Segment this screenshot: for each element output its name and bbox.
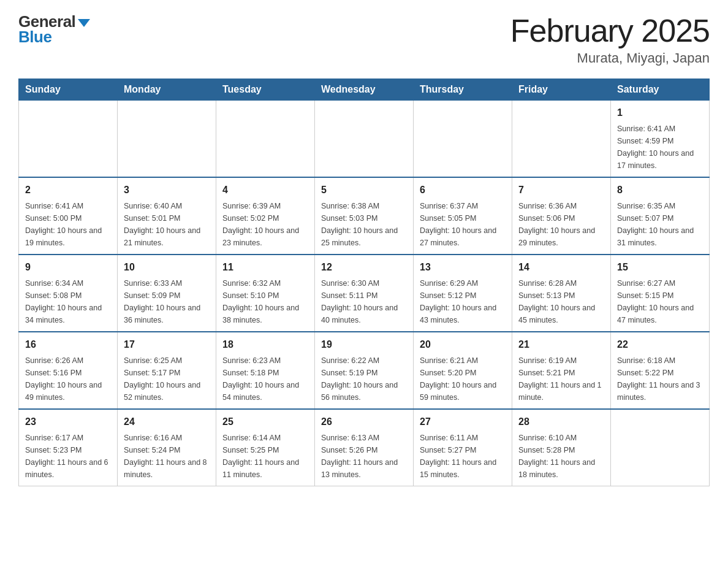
- calendar-cell: 25Sunrise: 6:14 AM Sunset: 5:25 PM Dayli…: [216, 409, 315, 486]
- calendar-cell: [315, 101, 414, 178]
- weekday-header-saturday: Saturday: [611, 79, 710, 101]
- day-info: Sunrise: 6:26 AM Sunset: 5:16 PM Dayligh…: [25, 354, 111, 404]
- calendar-cell: 21Sunrise: 6:19 AM Sunset: 5:21 PM Dayli…: [512, 332, 611, 409]
- day-info: Sunrise: 6:39 AM Sunset: 5:02 PM Dayligh…: [222, 200, 308, 249]
- logo-blue-text: Blue: [18, 28, 51, 47]
- calendar-cell: 27Sunrise: 6:11 AM Sunset: 5:27 PM Dayli…: [414, 409, 512, 486]
- location: Murata, Miyagi, Japan: [510, 50, 710, 66]
- day-info: Sunrise: 6:21 AM Sunset: 5:20 PM Dayligh…: [420, 354, 506, 404]
- calendar-cell: 18Sunrise: 6:23 AM Sunset: 5:18 PM Dayli…: [216, 332, 315, 409]
- day-number: 13: [420, 260, 506, 275]
- calendar-cell: 15Sunrise: 6:27 AM Sunset: 5:15 PM Dayli…: [611, 255, 710, 332]
- day-number: 24: [124, 415, 210, 429]
- day-info: Sunrise: 6:36 AM Sunset: 5:06 PM Dayligh…: [518, 200, 604, 249]
- calendar-cell: [414, 101, 512, 178]
- calendar-cell: [216, 101, 315, 178]
- day-number: 7: [518, 183, 604, 197]
- calendar-cell: 19Sunrise: 6:22 AM Sunset: 5:19 PM Dayli…: [315, 332, 414, 409]
- day-info: Sunrise: 6:13 AM Sunset: 5:26 PM Dayligh…: [321, 432, 407, 481]
- day-number: 10: [124, 260, 210, 275]
- day-number: 21: [518, 337, 604, 352]
- day-number: 5: [321, 183, 407, 197]
- day-info: Sunrise: 6:18 AM Sunset: 5:22 PM Dayligh…: [617, 354, 703, 404]
- calendar-cell: 13Sunrise: 6:29 AM Sunset: 5:12 PM Dayli…: [414, 255, 512, 332]
- calendar-cell: 20Sunrise: 6:21 AM Sunset: 5:20 PM Dayli…: [414, 332, 512, 409]
- day-number: 25: [222, 415, 308, 429]
- calendar-cell: 26Sunrise: 6:13 AM Sunset: 5:26 PM Dayli…: [315, 409, 414, 486]
- day-info: Sunrise: 6:23 AM Sunset: 5:18 PM Dayligh…: [222, 354, 308, 404]
- day-info: Sunrise: 6:33 AM Sunset: 5:09 PM Dayligh…: [124, 277, 210, 326]
- day-number: 4: [222, 183, 308, 197]
- day-info: Sunrise: 6:19 AM Sunset: 5:21 PM Dayligh…: [518, 354, 604, 404]
- weekday-header-thursday: Thursday: [414, 79, 512, 101]
- day-info: Sunrise: 6:10 AM Sunset: 5:28 PM Dayligh…: [518, 432, 604, 481]
- day-number: 22: [617, 337, 703, 352]
- day-info: Sunrise: 6:25 AM Sunset: 5:17 PM Dayligh…: [124, 354, 210, 404]
- day-number: 1: [617, 105, 703, 120]
- day-number: 16: [25, 337, 111, 352]
- logo-arrow-icon: [78, 19, 90, 27]
- calendar-cell: [512, 101, 611, 178]
- weekday-header-sunday: Sunday: [19, 79, 118, 101]
- day-number: 26: [321, 415, 407, 429]
- day-number: 14: [518, 260, 604, 275]
- day-info: Sunrise: 6:27 AM Sunset: 5:15 PM Dayligh…: [617, 277, 703, 326]
- calendar-cell: 10Sunrise: 6:33 AM Sunset: 5:09 PM Dayli…: [118, 255, 216, 332]
- calendar-week-row: 2Sunrise: 6:41 AM Sunset: 5:00 PM Daylig…: [19, 177, 710, 255]
- calendar-cell: 9Sunrise: 6:34 AM Sunset: 5:08 PM Daylig…: [19, 255, 118, 332]
- day-info: Sunrise: 6:16 AM Sunset: 5:24 PM Dayligh…: [124, 432, 210, 481]
- calendar-cell: 8Sunrise: 6:35 AM Sunset: 5:07 PM Daylig…: [611, 177, 710, 255]
- weekday-header-wednesday: Wednesday: [315, 79, 414, 101]
- calendar-cell: 24Sunrise: 6:16 AM Sunset: 5:24 PM Dayli…: [118, 409, 216, 486]
- calendar-cell: 12Sunrise: 6:30 AM Sunset: 5:11 PM Dayli…: [315, 255, 414, 332]
- calendar-cell: 22Sunrise: 6:18 AM Sunset: 5:22 PM Dayli…: [611, 332, 710, 409]
- calendar-week-row: 23Sunrise: 6:17 AM Sunset: 5:23 PM Dayli…: [19, 409, 710, 486]
- calendar-cell: 16Sunrise: 6:26 AM Sunset: 5:16 PM Dayli…: [19, 332, 118, 409]
- day-number: 11: [222, 260, 308, 275]
- calendar-cell: 23Sunrise: 6:17 AM Sunset: 5:23 PM Dayli…: [19, 409, 118, 486]
- day-number: 9: [25, 260, 111, 275]
- day-number: 19: [321, 337, 407, 352]
- day-info: Sunrise: 6:35 AM Sunset: 5:07 PM Dayligh…: [617, 200, 703, 249]
- day-info: Sunrise: 6:41 AM Sunset: 5:00 PM Dayligh…: [25, 200, 111, 249]
- calendar-cell: 3Sunrise: 6:40 AM Sunset: 5:01 PM Daylig…: [118, 177, 216, 255]
- calendar-week-row: 16Sunrise: 6:26 AM Sunset: 5:16 PM Dayli…: [19, 332, 710, 409]
- day-number: 6: [420, 183, 506, 197]
- calendar-cell: 14Sunrise: 6:28 AM Sunset: 5:13 PM Dayli…: [512, 255, 611, 332]
- calendar-cell: 17Sunrise: 6:25 AM Sunset: 5:17 PM Dayli…: [118, 332, 216, 409]
- day-number: 27: [420, 415, 506, 429]
- calendar-cell: 28Sunrise: 6:10 AM Sunset: 5:28 PM Dayli…: [512, 409, 611, 486]
- day-number: 2: [25, 183, 111, 197]
- weekday-header-friday: Friday: [512, 79, 611, 101]
- calendar-cell: 2Sunrise: 6:41 AM Sunset: 5:00 PM Daylig…: [19, 177, 118, 255]
- day-number: 3: [124, 183, 210, 197]
- calendar-cell: 5Sunrise: 6:38 AM Sunset: 5:03 PM Daylig…: [315, 177, 414, 255]
- calendar-cell: 6Sunrise: 6:37 AM Sunset: 5:05 PM Daylig…: [414, 177, 512, 255]
- calendar-cell: [118, 101, 216, 178]
- day-info: Sunrise: 6:30 AM Sunset: 5:11 PM Dayligh…: [321, 277, 407, 326]
- calendar-table: SundayMondayTuesdayWednesdayThursdayFrid…: [18, 79, 710, 486]
- day-info: Sunrise: 6:40 AM Sunset: 5:01 PM Dayligh…: [124, 200, 210, 249]
- calendar-cell: 7Sunrise: 6:36 AM Sunset: 5:06 PM Daylig…: [512, 177, 611, 255]
- day-number: 18: [222, 337, 308, 352]
- calendar-week-row: 1Sunrise: 6:41 AM Sunset: 4:59 PM Daylig…: [19, 101, 710, 178]
- weekday-header-monday: Monday: [118, 79, 216, 101]
- day-info: Sunrise: 6:41 AM Sunset: 4:59 PM Dayligh…: [617, 123, 703, 172]
- day-number: 8: [617, 183, 703, 197]
- day-info: Sunrise: 6:29 AM Sunset: 5:12 PM Dayligh…: [420, 277, 506, 326]
- day-info: Sunrise: 6:14 AM Sunset: 5:25 PM Dayligh…: [222, 432, 308, 481]
- calendar-cell: [19, 101, 118, 178]
- calendar-cell: 4Sunrise: 6:39 AM Sunset: 5:02 PM Daylig…: [216, 177, 315, 255]
- day-number: 17: [124, 337, 210, 352]
- day-number: 28: [518, 415, 604, 429]
- day-number: 15: [617, 260, 703, 275]
- day-info: Sunrise: 6:38 AM Sunset: 5:03 PM Dayligh…: [321, 200, 407, 249]
- calendar-cell: 1Sunrise: 6:41 AM Sunset: 4:59 PM Daylig…: [611, 101, 710, 178]
- day-info: Sunrise: 6:37 AM Sunset: 5:05 PM Dayligh…: [420, 200, 506, 249]
- day-info: Sunrise: 6:17 AM Sunset: 5:23 PM Dayligh…: [25, 432, 111, 481]
- title-block: February 2025 Murata, Miyagi, Japan: [510, 12, 710, 66]
- day-info: Sunrise: 6:34 AM Sunset: 5:08 PM Dayligh…: [25, 277, 111, 326]
- day-info: Sunrise: 6:22 AM Sunset: 5:19 PM Dayligh…: [321, 354, 407, 404]
- day-number: 20: [420, 337, 506, 352]
- calendar-cell: [611, 409, 710, 486]
